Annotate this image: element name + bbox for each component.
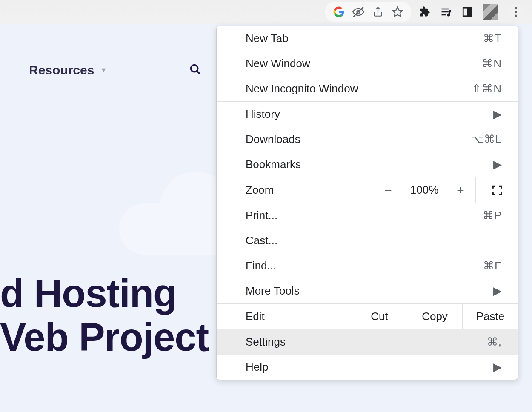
edit-copy-button[interactable]: Copy	[407, 304, 463, 329]
menu-label: Cast...	[246, 234, 277, 247]
menu-shortcut: ⌘F	[483, 259, 502, 272]
kebab-menu-button[interactable]	[507, 3, 524, 20]
eye-slash-icon[interactable]	[352, 6, 364, 18]
menu-label: Help	[246, 360, 268, 374]
menu-label: Print...	[246, 209, 277, 222]
menu-cast[interactable]: Cast...	[217, 228, 518, 253]
menu-zoom-row: Zoom − 100% +	[217, 177, 518, 203]
svg-marker-3	[392, 7, 402, 16]
share-icon[interactable]	[372, 6, 384, 18]
edit-paste-button[interactable]: Paste	[463, 304, 518, 329]
svg-point-13	[191, 65, 198, 72]
edit-cut-button[interactable]: Cut	[352, 304, 407, 329]
menu-label: Downloads	[246, 133, 300, 146]
menu-new-window[interactable]: New Window ⌘N	[217, 51, 518, 76]
hero-line-1: d Hosting	[0, 272, 209, 315]
extensions-icon[interactable]	[419, 6, 431, 18]
menu-label: New Incognito Window	[246, 82, 358, 95]
menu-shortcut: ⌘,	[487, 335, 502, 349]
menu-label: Settings	[246, 335, 286, 349]
hero-heading: d Hosting Veb Project	[0, 272, 209, 359]
svg-rect-9	[468, 8, 472, 16]
menu-label: Find...	[246, 259, 276, 272]
edit-label: Edit	[217, 304, 352, 329]
nav-resources-link[interactable]: Resources	[29, 63, 94, 77]
menu-label: New Tab	[246, 32, 289, 45]
search-icon[interactable]	[189, 63, 201, 77]
svg-line-14	[197, 71, 200, 74]
svg-point-10	[515, 7, 517, 9]
menu-label: New Window	[246, 57, 310, 70]
menu-new-tab[interactable]: New Tab ⌘T	[217, 26, 518, 51]
chevron-right-icon: ▶	[493, 284, 502, 298]
chevron-right-icon: ▶	[493, 158, 502, 171]
menu-find[interactable]: Find... ⌘F	[217, 253, 518, 278]
menu-shortcut: ⌘P	[483, 209, 502, 222]
panel-icon[interactable]	[461, 6, 473, 18]
menu-label: Bookmarks	[246, 158, 301, 171]
chevron-down-icon: ▼	[100, 66, 107, 74]
google-icon[interactable]	[333, 6, 345, 18]
toolbar-right	[419, 3, 529, 20]
menu-history[interactable]: History ▶	[217, 102, 518, 127]
svg-point-12	[515, 15, 517, 17]
menu-label: More Tools	[246, 284, 300, 298]
browser-toolbar	[0, 0, 532, 24]
menu-help[interactable]: Help ▶	[217, 355, 518, 380]
menu-shortcut: ⌥⌘L	[471, 133, 502, 146]
chevron-right-icon: ▶	[493, 360, 502, 374]
omnibox-actions	[325, 2, 411, 22]
star-icon[interactable]	[392, 6, 403, 18]
chrome-menu: New Tab ⌘T New Window ⌘N New Incognito W…	[216, 26, 518, 380]
menu-shortcut: ⇧⌘N	[472, 82, 502, 95]
menu-downloads[interactable]: Downloads ⌥⌘L	[217, 127, 518, 152]
svg-point-11	[515, 11, 517, 13]
menu-print[interactable]: Print... ⌘P	[217, 203, 518, 228]
menu-new-incognito[interactable]: New Incognito Window ⇧⌘N	[217, 76, 518, 101]
fullscreen-button[interactable]	[475, 177, 518, 203]
music-queue-icon[interactable]	[440, 6, 452, 18]
profile-avatar[interactable]	[483, 4, 498, 20]
menu-shortcut: ⌘N	[482, 57, 502, 70]
hero-subtext: ation, or enterprise project, Kinsta	[0, 410, 216, 412]
menu-bookmarks[interactable]: Bookmarks ▶	[217, 152, 518, 177]
hero-line-2: Veb Project	[0, 315, 209, 359]
zoom-out-button[interactable]: −	[373, 177, 403, 203]
chevron-right-icon: ▶	[493, 108, 502, 121]
menu-label: History	[246, 108, 280, 121]
menu-settings[interactable]: Settings ⌘,	[217, 329, 518, 355]
menu-edit-row: Edit Cut Copy Paste	[217, 304, 518, 329]
menu-more-tools[interactable]: More Tools ▶	[217, 278, 518, 303]
zoom-in-button[interactable]: +	[446, 177, 475, 203]
zoom-label: Zoom	[217, 177, 373, 203]
menu-shortcut: ⌘T	[483, 32, 502, 45]
zoom-value: 100%	[403, 177, 446, 203]
